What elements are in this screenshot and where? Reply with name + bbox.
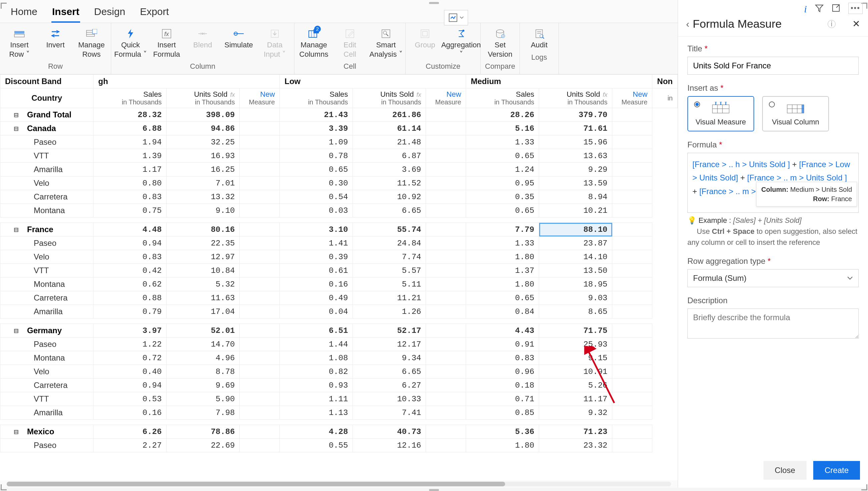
data-cell[interactable]: 0.80 — [93, 176, 167, 190]
data-cell[interactable]: 10.21 — [539, 204, 612, 218]
resize-handle[interactable] — [1, 484, 7, 490]
data-cell[interactable] — [240, 392, 280, 406]
ribbon-invert[interactable]: Invert — [37, 26, 74, 51]
data-cell[interactable]: 0.04 — [280, 305, 353, 319]
data-cell[interactable]: 0.79 — [93, 305, 167, 319]
measure-header[interactable]: Units Soldfxin Thousands — [539, 88, 612, 108]
data-grid[interactable]: Discount BandghLowMediumNonCountrySalesi… — [0, 75, 678, 452]
data-cell[interactable] — [612, 136, 652, 149]
data-cell[interactable]: 12.17 — [353, 338, 426, 351]
data-cell[interactable]: 8.65 — [539, 305, 612, 319]
row-header[interactable]: ⊟Grand Total — [0, 108, 93, 122]
data-cell[interactable] — [240, 324, 280, 338]
data-cell[interactable] — [426, 136, 466, 149]
data-cell[interactable] — [612, 379, 652, 392]
band-header[interactable]: Medium — [466, 75, 652, 88]
data-cell[interactable] — [240, 278, 280, 291]
data-cell[interactable]: 0.94 — [93, 379, 167, 392]
data-cell[interactable] — [240, 439, 280, 452]
data-cell[interactable]: 13.63 — [539, 149, 612, 163]
data-cell[interactable]: 0.49 — [280, 291, 353, 305]
data-cell[interactable] — [240, 379, 280, 392]
row-header[interactable]: Montana — [0, 351, 93, 365]
expand-icon[interactable] — [832, 3, 840, 15]
tab-export[interactable]: Export — [139, 3, 170, 23]
data-cell[interactable]: 6.65 — [353, 365, 426, 379]
data-cell[interactable]: 6.65 — [353, 204, 426, 218]
data-cell[interactable] — [426, 264, 466, 278]
data-cell[interactable]: 1.13 — [280, 406, 353, 420]
data-cell[interactable]: 17.04 — [167, 305, 240, 319]
data-cell[interactable] — [240, 122, 280, 136]
data-cell[interactable]: 0.71 — [466, 392, 539, 406]
data-cell[interactable] — [426, 223, 466, 236]
data-cell[interactable] — [612, 291, 652, 305]
data-cell[interactable]: 4.96 — [167, 351, 240, 365]
row-header[interactable]: Velo — [0, 365, 93, 379]
data-cell[interactable]: 0.91 — [466, 338, 539, 351]
ribbon-quick[interactable]: QuickFormula ˅ — [112, 26, 148, 60]
data-cell[interactable] — [426, 439, 466, 452]
formula-token[interactable]: + — [790, 160, 799, 169]
data-cell[interactable] — [612, 108, 652, 122]
data-cell[interactable] — [426, 190, 466, 204]
row-header[interactable]: Montana — [0, 204, 93, 218]
data-cell[interactable]: 0.75 — [93, 204, 167, 218]
data-cell[interactable]: 7.98 — [167, 406, 240, 420]
data-cell[interactable]: 55.74 — [353, 223, 426, 236]
data-cell[interactable] — [240, 236, 280, 250]
data-cell[interactable]: 8.78 — [167, 365, 240, 379]
data-cell[interactable]: 9.32 — [539, 406, 612, 420]
data-cell[interactable]: 0.18 — [466, 379, 539, 392]
data-cell[interactable] — [240, 190, 280, 204]
data-cell[interactable]: 0.65 — [466, 291, 539, 305]
measure-header[interactable]: Salesin Thousands — [93, 88, 167, 108]
ribbon-aggregation[interactable]: Aggregation˅ — [443, 26, 479, 60]
data-cell[interactable]: 12.16 — [353, 439, 426, 452]
data-cell[interactable]: 32.25 — [167, 136, 240, 149]
data-cell[interactable]: 22.35 — [167, 236, 240, 250]
data-cell[interactable]: 0.95 — [466, 176, 539, 190]
data-cell[interactable] — [426, 176, 466, 190]
data-cell[interactable]: 40.73 — [353, 425, 426, 439]
insert-as-visual-measure[interactable]: Visual Measure — [687, 96, 754, 132]
formula-token[interactable]: + — [738, 173, 747, 182]
data-cell[interactable]: 1.24 — [466, 163, 539, 176]
data-cell[interactable] — [612, 278, 652, 291]
data-cell[interactable] — [426, 278, 466, 291]
data-cell[interactable]: 1.22 — [93, 338, 167, 351]
data-cell[interactable]: 23.32 — [539, 439, 612, 452]
data-cell[interactable] — [612, 351, 652, 365]
data-cell[interactable]: 16.25 — [167, 163, 240, 176]
data-cell[interactable]: 5.32 — [167, 278, 240, 291]
measure-header[interactable]: Salesin Thousands — [280, 88, 353, 108]
data-cell[interactable]: 4.43 — [466, 324, 539, 338]
data-cell[interactable]: 21.48 — [353, 136, 426, 149]
row-header[interactable]: Velo — [0, 176, 93, 190]
data-cell[interactable]: 0.16 — [280, 278, 353, 291]
data-cell[interactable] — [426, 425, 466, 439]
ribbon-insert[interactable]: InsertRow ˅ — [1, 26, 37, 60]
data-cell[interactable] — [612, 406, 652, 420]
data-cell[interactable]: 1.08 — [280, 351, 353, 365]
data-cell[interactable] — [612, 365, 652, 379]
ribbon-manage[interactable]: 2ManageColumns — [296, 26, 332, 60]
data-cell[interactable] — [612, 176, 652, 190]
data-cell[interactable]: 0.30 — [280, 176, 353, 190]
data-cell[interactable] — [612, 190, 652, 204]
insert-as-visual-column[interactable]: Visual Column — [762, 96, 829, 132]
data-cell[interactable]: 5.26 — [539, 379, 612, 392]
row-header[interactable]: VTT — [0, 264, 93, 278]
measure-header[interactable]: NewMeasure — [612, 88, 652, 108]
data-cell[interactable]: 1.11 — [280, 392, 353, 406]
data-cell[interactable] — [240, 291, 280, 305]
data-cell[interactable]: 13.59 — [539, 176, 612, 190]
filter-icon[interactable] — [815, 3, 823, 15]
data-cell[interactable] — [240, 149, 280, 163]
row-header[interactable]: ⊟Mexico — [0, 425, 93, 439]
data-cell[interactable]: 4.48 — [93, 223, 167, 236]
data-cell[interactable]: 0.42 — [93, 264, 167, 278]
data-cell[interactable] — [426, 365, 466, 379]
data-cell[interactable] — [612, 425, 652, 439]
data-cell[interactable] — [426, 392, 466, 406]
